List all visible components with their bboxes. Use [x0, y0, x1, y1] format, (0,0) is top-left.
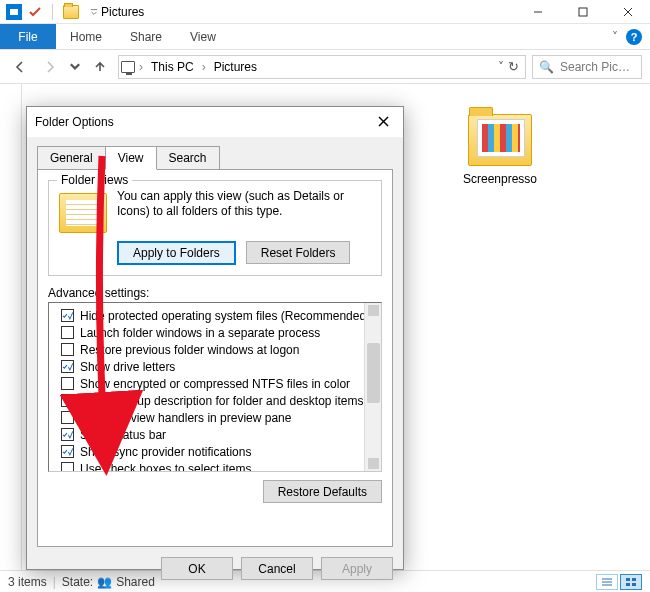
navigation-bar: › This PC › Pictures ˅ ↻ 🔍 Search Pic… [0, 50, 650, 84]
advanced-setting-item[interactable]: Show encrypted or compressed NTFS files … [51, 375, 379, 392]
checkbox[interactable] [61, 377, 74, 390]
svg-rect-0 [10, 9, 18, 15]
window-title: Pictures [101, 5, 144, 19]
search-placeholder: Search Pic… [560, 60, 630, 74]
cancel-button[interactable]: Cancel [241, 557, 313, 580]
this-pc-icon [121, 61, 135, 73]
address-bar[interactable]: › This PC › Pictures ˅ ↻ [118, 55, 526, 79]
checkbox[interactable] [61, 309, 74, 322]
breadcrumb-pictures[interactable]: Pictures [210, 60, 261, 74]
advanced-setting-item[interactable]: Show sync provider notifications [51, 443, 379, 460]
advanced-setting-label: Hide protected operating system files (R… [80, 309, 370, 323]
quick-access-toolbar [6, 3, 99, 21]
advanced-setting-label: Launch folder windows in a separate proc… [80, 326, 320, 340]
advanced-setting-item[interactable]: Launch folder windows in a separate proc… [51, 324, 379, 341]
reset-folders-button[interactable]: Reset Folders [246, 241, 351, 264]
folder-views-legend: Folder views [57, 173, 132, 187]
advanced-setting-label: Show preview handlers in preview pane [80, 411, 291, 425]
explorer-app-icon [6, 4, 22, 20]
tab-view[interactable]: View [105, 146, 157, 170]
address-dropdown-icon[interactable]: ˅ [498, 60, 504, 74]
tab-page-view: Folder views You can apply this view (su… [37, 169, 393, 547]
checkbox[interactable] [61, 360, 74, 373]
svg-rect-10 [632, 578, 636, 581]
svg-rect-11 [626, 583, 630, 586]
apply-to-folders-button[interactable]: Apply to Folders [117, 241, 236, 265]
ribbon-tab-share[interactable]: Share [116, 24, 176, 49]
advanced-settings-list[interactable]: Hide protected operating system files (R… [48, 302, 382, 472]
dialog-title: Folder Options [35, 115, 114, 129]
advanced-setting-label: Show pop-up description for folder and d… [80, 394, 364, 408]
advanced-setting-label: Show status bar [80, 428, 166, 442]
advanced-setting-item[interactable]: Hide protected operating system files (R… [51, 307, 379, 324]
minimize-button[interactable] [515, 0, 560, 24]
window-controls [515, 0, 650, 24]
folder-views-icon [59, 193, 107, 233]
advanced-setting-label: Restore previous folder windows at logon [80, 343, 299, 357]
advanced-setting-label: Show encrypted or compressed NTFS files … [80, 377, 350, 391]
advanced-setting-item[interactable]: Show status bar [51, 426, 379, 443]
title-bar: Pictures [0, 0, 650, 24]
apply-button[interactable]: Apply [321, 557, 393, 580]
folder-icon [63, 5, 79, 19]
advanced-settings-label: Advanced settings: [48, 286, 382, 300]
scrollbar[interactable] [364, 303, 381, 471]
chevron-right-icon[interactable]: › [202, 60, 206, 74]
svg-rect-12 [632, 583, 636, 586]
details-view-button[interactable] [596, 574, 618, 590]
close-button[interactable] [605, 0, 650, 24]
advanced-setting-item[interactable]: Restore previous folder windows at logon [51, 341, 379, 358]
tab-search[interactable]: Search [156, 146, 220, 170]
ribbon-tab-home[interactable]: Home [56, 24, 116, 49]
search-box[interactable]: 🔍 Search Pic… [532, 55, 642, 79]
scrollbar-thumb[interactable] [367, 343, 380, 403]
ribbon: File Home Share View ˅ ? [0, 24, 650, 50]
large-icons-view-button[interactable] [620, 574, 642, 590]
navigation-pane[interactable] [0, 84, 22, 570]
folder-views-description: You can apply this view (such as Details… [117, 189, 371, 233]
forward-button[interactable] [38, 55, 62, 79]
advanced-setting-label: Use check boxes to select items [80, 462, 251, 473]
file-tab[interactable]: File [0, 24, 56, 49]
checkbox[interactable] [61, 326, 74, 339]
checkbox[interactable] [61, 343, 74, 356]
advanced-setting-item[interactable]: Show preview handlers in preview pane [51, 409, 379, 426]
search-icon: 🔍 [539, 60, 554, 74]
ribbon-collapse-icon[interactable]: ˅ [612, 30, 618, 44]
checkbox[interactable] [61, 411, 74, 424]
dialog-close-button[interactable] [371, 110, 395, 134]
ok-button[interactable]: OK [161, 557, 233, 580]
folder-views-group: Folder views You can apply this view (su… [48, 180, 382, 276]
dialog-tabs: General View Search [37, 146, 393, 170]
properties-icon[interactable] [26, 3, 44, 21]
folder-options-dialog: Folder Options General View Search Folde… [26, 106, 404, 570]
up-button[interactable] [88, 55, 112, 79]
checkbox[interactable] [61, 462, 74, 472]
checkbox[interactable] [61, 394, 74, 407]
back-button[interactable] [8, 55, 32, 79]
dialog-title-bar[interactable]: Folder Options [27, 107, 403, 137]
advanced-setting-item[interactable]: Use check boxes to select items [51, 460, 379, 472]
checkbox[interactable] [61, 428, 74, 441]
qat-dropdown-icon[interactable] [89, 3, 99, 21]
chevron-right-icon[interactable]: › [139, 60, 143, 74]
advanced-setting-label: Show sync provider notifications [80, 445, 251, 459]
refresh-icon[interactable]: ↻ [508, 59, 519, 74]
recent-locations-button[interactable] [68, 55, 82, 79]
breadcrumb-this-pc[interactable]: This PC [147, 60, 198, 74]
maximize-button[interactable] [560, 0, 605, 24]
svg-rect-3 [579, 8, 587, 16]
checkbox[interactable] [61, 445, 74, 458]
restore-defaults-button[interactable]: Restore Defaults [263, 480, 382, 503]
advanced-setting-item[interactable]: Show pop-up description for folder and d… [51, 392, 379, 409]
help-icon[interactable]: ? [626, 29, 642, 45]
tab-general[interactable]: General [37, 146, 106, 170]
folder-thumbnail-icon [468, 114, 532, 166]
separator [52, 4, 53, 20]
folder-item-screenpresso[interactable]: Screenpresso [450, 114, 550, 186]
advanced-setting-item[interactable]: Show drive letters [51, 358, 379, 375]
advanced-setting-label: Show drive letters [80, 360, 175, 374]
ribbon-tab-view[interactable]: View [176, 24, 230, 49]
svg-rect-9 [626, 578, 630, 581]
folder-item-label: Screenpresso [450, 172, 550, 186]
